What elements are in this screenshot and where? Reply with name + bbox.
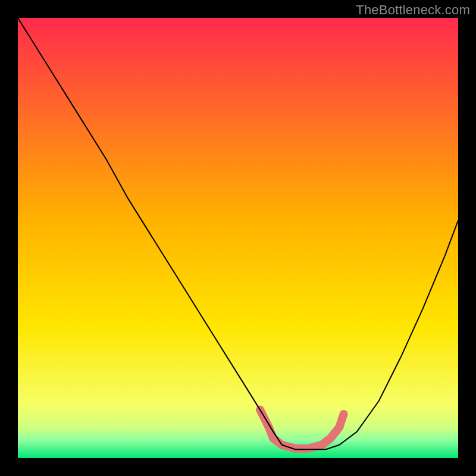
bottleneck-chart [18, 18, 458, 458]
chart-frame: TheBottleneck.com [0, 0, 476, 476]
plot-area [18, 18, 458, 458]
watermark-text: TheBottleneck.com [356, 2, 470, 18]
gradient-background [18, 18, 458, 458]
